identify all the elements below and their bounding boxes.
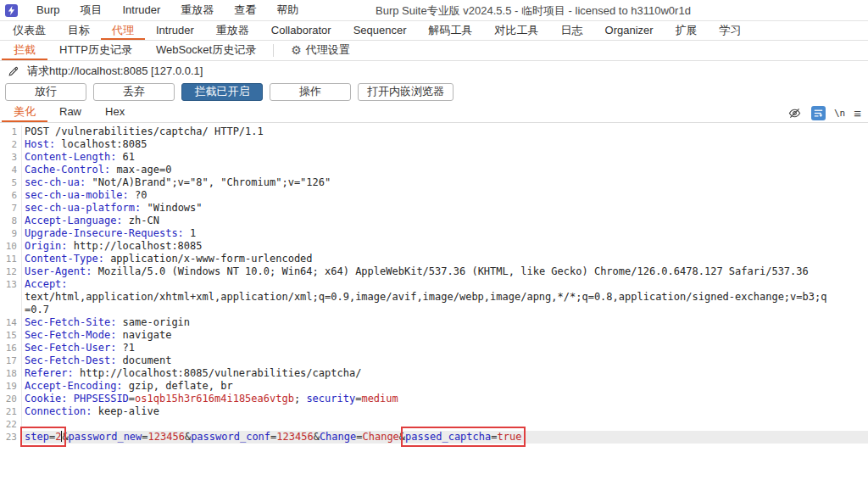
code-line[interactable]: 20Cookie: PHPSESSID=os1qb15h3r616m4i185e… (0, 393, 868, 405)
code-line-content[interactable]: POST /vulnerabilities/captcha/ HTTP/1.1 (22, 126, 868, 138)
menu-item[interactable]: Intruder (112, 0, 170, 20)
code-token: gzip, deflate, br (123, 380, 233, 392)
main-tab[interactable]: 仪表盘 (2, 21, 57, 40)
code-line-content[interactable]: Accept-Encoding: gzip, deflate, br (22, 380, 868, 393)
main-tab[interactable]: 扩展 (665, 21, 709, 40)
proxy-tab[interactable]: 拦截 (2, 41, 47, 60)
code-line[interactable]: 7sec-ch-ua-platform: "Windows" (0, 202, 868, 215)
code-line[interactable]: 13Accept: text/html,application/xhtml+xm… (0, 278, 868, 316)
code-line-content[interactable]: Cache-Control: max-age=0 (22, 164, 868, 176)
main-tab[interactable]: 解码工具 (418, 21, 484, 40)
proxy-tab[interactable]: HTTP历史记录 (47, 41, 144, 60)
request-editor[interactable]: 1POST /vulnerabilities/captcha/ HTTP/1.1… (0, 123, 868, 491)
code-line[interactable]: 22 (0, 418, 868, 431)
main-tab[interactable]: 对比工具 (484, 21, 550, 40)
code-line-content[interactable]: step=2&password_new=123456&password_conf… (22, 431, 868, 444)
code-line-content[interactable]: Content-Length: 61 (22, 151, 868, 164)
main-tab[interactable]: 代理 (101, 21, 145, 40)
code-line[interactable]: 10Origin: http://localhost:8085 (0, 240, 868, 253)
code-line-content[interactable]: Referer: http://localhost:8085/vulnerabi… (22, 367, 868, 380)
code-line[interactable]: 9Upgrade-Insecure-Requests: 1 (0, 227, 868, 240)
code-token: max-age=0 (110, 164, 171, 176)
hide-nonprintable-icon[interactable] (787, 105, 803, 120)
code-line-content[interactable]: sec-ch-ua-platform: "Windows" (22, 202, 868, 215)
intercept-button[interactable]: 打开内嵌浏览器 (358, 83, 453, 101)
code-line-content[interactable]: Sec-Fetch-Mode: navigate (22, 329, 868, 342)
code-line[interactable]: 16Sec-Fetch-User: ?1 (0, 342, 868, 354)
code-line-content[interactable]: Upgrade-Insecure-Requests: 1 (22, 227, 868, 240)
intercept-button[interactable]: 拦截已开启 (181, 83, 263, 101)
code-line-content[interactable]: Sec-Fetch-Site: same-origin (22, 316, 868, 329)
code-line-content[interactable] (22, 418, 868, 431)
editor-tab[interactable]: Hex (93, 103, 136, 122)
menu-item[interactable]: 查看 (224, 0, 266, 20)
main-tab[interactable]: Intruder (145, 21, 205, 40)
code-line[interactable]: 5sec-ch-ua: "Not/A)Brand";v="8", "Chromi… (0, 176, 868, 189)
code-token: ?0 (129, 189, 147, 201)
main-tab[interactable]: Organizer (594, 21, 665, 40)
code-line-content[interactable]: Accept: text/html,application/xhtml+xml,… (22, 278, 868, 316)
code-line[interactable]: 8Accept-Language: zh-CN (0, 215, 868, 227)
main-tab[interactable]: 学习 (709, 21, 753, 40)
menu-item[interactable]: 项目 (70, 0, 112, 20)
main-tab[interactable]: Sequencer (342, 21, 418, 40)
code-line-content[interactable]: User-Agent: Mozilla/5.0 (Windows NT 10.0… (22, 265, 868, 278)
main-tab[interactable]: 重放器 (205, 21, 260, 40)
intercept-button[interactable]: 放行 (5, 83, 86, 101)
main-tab[interactable]: 目标 (57, 21, 101, 40)
code-line[interactable]: 21Connection: keep-alive (0, 405, 868, 418)
editor-tab-bar: 美化RawHex \n ≡ (0, 103, 868, 123)
code-line[interactable]: 4Cache-Control: max-age=0 (0, 164, 868, 176)
tab-proxy-settings[interactable]: ⚙ 代理设置 (279, 41, 362, 60)
editor-tab[interactable]: 美化 (2, 103, 47, 122)
code-token: & (62, 431, 68, 443)
code-token: Accept-Language: (25, 215, 123, 226)
code-line-content[interactable]: Content-Type: application/x-www-form-url… (22, 253, 868, 265)
code-line[interactable]: 15Sec-Fetch-Mode: navigate (0, 329, 868, 342)
code-line-content[interactable]: Connection: keep-alive (22, 405, 868, 418)
window-title: Burp Suite专业版 v2024.5.5 - 临时项目 - license… (376, 0, 691, 21)
code-token: 123456 (148, 431, 185, 443)
editor-tab[interactable]: Raw (47, 103, 93, 122)
code-line-content[interactable]: Cookie: PHPSESSID=os1qb15h3r616m4i185ea6… (22, 393, 868, 405)
code-line[interactable]: 12User-Agent: Mozilla/5.0 (Windows NT 10… (0, 265, 868, 278)
code-line[interactable]: 1POST /vulnerabilities/captcha/ HTTP/1.1 (0, 126, 868, 138)
code-line[interactable]: 23step=2&password_new=123456&password_co… (0, 431, 868, 444)
menu-item[interactable]: Burp (26, 0, 70, 20)
code-line[interactable]: 14Sec-Fetch-Site: same-origin (0, 316, 868, 329)
code-line-content[interactable]: sec-ch-ua: "Not/A)Brand";v="8", "Chromiu… (22, 176, 868, 189)
editor-menu-icon[interactable]: ≡ (854, 106, 861, 120)
line-number: 21 (0, 405, 22, 418)
line-number: 4 (0, 164, 22, 176)
code-line[interactable]: 2Host: localhost:8085 (0, 138, 868, 151)
menu-item[interactable]: 重放器 (170, 0, 224, 20)
code-line-content[interactable]: Sec-Fetch-User: ?1 (22, 342, 868, 354)
code-line[interactable]: 3Content-Length: 61 (0, 151, 868, 164)
title-bar: Burp项目Intruder重放器查看帮助 Burp Suite专业版 v202… (0, 0, 868, 21)
request-url-label: 请求http://localhost:8085 [127.0.0.1] (27, 64, 203, 79)
code-token: User-Agent: (25, 265, 92, 277)
syntax-highlight-icon[interactable] (811, 106, 826, 120)
code-line[interactable]: 6sec-ch-ua-mobile: ?0 (0, 189, 868, 202)
menu-item[interactable]: 帮助 (266, 0, 309, 20)
code-line-content[interactable]: Origin: http://localhost:8085 (22, 240, 868, 253)
line-number: 13 (0, 278, 22, 316)
gear-icon: ⚙ (291, 44, 302, 56)
code-line-content[interactable]: sec-ch-ua-mobile: ?0 (22, 189, 868, 202)
main-tab[interactable]: Collaborator (260, 21, 342, 40)
code-line[interactable]: 17Sec-Fetch-Dest: document (0, 354, 868, 367)
main-tab[interactable]: 日志 (550, 21, 594, 40)
code-line-content[interactable]: Accept-Language: zh-CN (22, 215, 868, 227)
code-line[interactable]: 19Accept-Encoding: gzip, deflate, br (0, 380, 868, 393)
code-line[interactable]: 18Referer: http://localhost:8085/vulnera… (0, 367, 868, 380)
show-newlines-icon[interactable]: \n (834, 108, 845, 119)
intercept-button[interactable]: 操作 (270, 83, 351, 101)
proxy-tab-bar: 拦截HTTP历史记录WebSocket历史记录 ⚙ 代理设置 (0, 41, 868, 61)
code-line-content[interactable]: Sec-Fetch-Dest: document (22, 354, 868, 367)
line-number: 6 (0, 189, 22, 202)
intercept-button[interactable]: 丢弃 (93, 83, 175, 101)
line-number: 3 (0, 151, 22, 164)
code-line[interactable]: 11Content-Type: application/x-www-form-u… (0, 253, 868, 265)
code-line-content[interactable]: Host: localhost:8085 (22, 138, 868, 151)
proxy-tab[interactable]: WebSocket历史记录 (144, 41, 268, 60)
